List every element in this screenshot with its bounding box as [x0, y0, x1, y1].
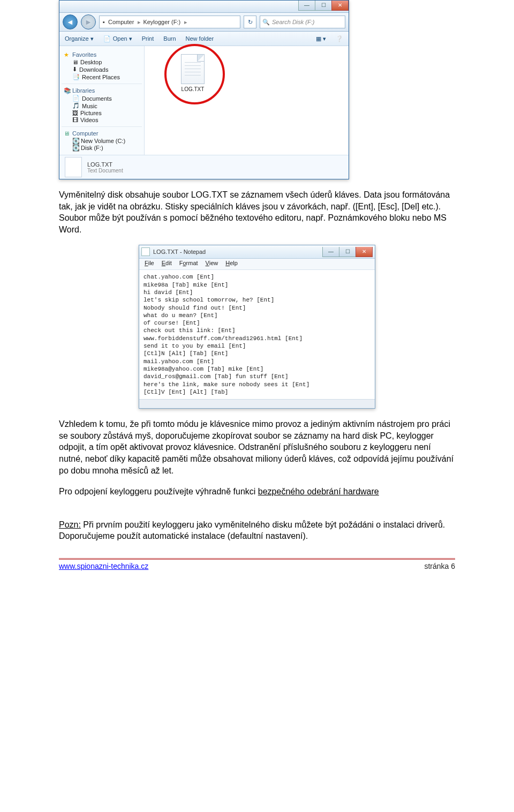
recent-icon: 📑 — [72, 73, 80, 80]
videos-icon: 🎞 — [72, 117, 78, 123]
newfolder-button[interactable]: New folder — [186, 35, 214, 42]
sidebar-item-documents[interactable]: 📄Documents — [72, 95, 142, 102]
note-text: Při prvním použití keyloggeru jako vyměn… — [59, 520, 445, 541]
close-button[interactable]: ✕ — [331, 1, 349, 11]
maximize-button[interactable]: ☐ — [315, 1, 332, 11]
sidebar-item-disk-f[interactable]: 💽Disk (F:) — [72, 145, 142, 151]
details-file-icon — [65, 157, 82, 177]
menu-file[interactable]: File — [141, 259, 157, 269]
help-button[interactable]: ❔ — [336, 35, 343, 42]
forward-button[interactable]: ► — [81, 14, 96, 29]
np-minimize-button[interactable]: — — [322, 247, 339, 257]
sidebar-item-desktop[interactable]: 🖥Desktop — [72, 59, 142, 65]
note-paragraph: Pozn: Při prvním použití keyloggeru jako… — [59, 519, 455, 542]
sidebar-libraries[interactable]: 📚Libraries — [64, 87, 142, 94]
footer-url[interactable]: www.spionazni-technika.cz — [59, 562, 148, 570]
crumb-drive[interactable]: Keylogger (F:) — [143, 19, 190, 26]
safe-remove-link[interactable]: bezpečného odebrání hardware — [258, 487, 379, 496]
note-label: Pozn: — [59, 520, 81, 529]
downloads-icon: ⬇ — [72, 66, 77, 73]
menu-help[interactable]: Help — [222, 259, 241, 269]
explorer-details: LOG.TXT Text Document — [59, 155, 349, 179]
sidebar-item-music[interactable]: 🎵Music — [72, 102, 142, 109]
view-button[interactable]: ▦ ▾ — [316, 35, 326, 42]
sidebar-item-downloads[interactable]: ⬇Downloads — [72, 66, 142, 73]
notepad-titlebar: LOG.TXT - Notepad — ☐ ✕ — [139, 245, 375, 259]
open-button[interactable]: 📄Open ▾ — [103, 35, 132, 42]
notepad-window: LOG.TXT - Notepad — ☐ ✕ File Edit Format… — [139, 245, 375, 409]
menu-format[interactable]: Format — [176, 259, 201, 269]
explorer-toolbar: Organize ▾ 📄Open ▾ Print Burn New folder… — [59, 32, 349, 46]
disk-icon: 💽 — [72, 138, 79, 144]
search-placeholder: Search Disk (F:) — [272, 19, 314, 25]
sidebar-computer[interactable]: 🖥Computer — [64, 130, 142, 137]
paragraph-1: Vyměnitelný disk obsahuje soubor LOG.TXT… — [59, 189, 455, 235]
search-icon: 🔍 — [262, 19, 270, 26]
documents-icon: 📄 — [72, 95, 80, 102]
back-button[interactable]: ◄ — [63, 14, 78, 29]
notepad-scrollbar[interactable] — [139, 399, 375, 408]
sidebar-favorites[interactable]: ★Favorites — [64, 51, 142, 58]
explorer-window: — ☐ ✕ ◄ ► ▪ ComputerKeylogger (F:) ↻ 🔍 S… — [59, 0, 349, 179]
crumb-computer[interactable]: Computer — [108, 19, 143, 26]
sidebar-item-volume-c[interactable]: 💽New Volume (C:) — [72, 138, 142, 144]
page-footer: www.spionazni-technika.cz stránka 6 — [59, 558, 455, 570]
breadcrumb[interactable]: ▪ ComputerKeylogger (F:) — [99, 16, 240, 28]
notepad-body[interactable]: chat.yahoo.com [Ent] mike98a [Tab] mike … — [139, 270, 375, 399]
print-button[interactable]: Print — [142, 35, 154, 42]
explorer-nav: ◄ ► ▪ ComputerKeylogger (F:) ↻ 🔍 Search … — [59, 13, 349, 32]
explorer-content: LOG.TXT — [145, 46, 349, 153]
music-icon: 🎵 — [72, 102, 80, 109]
explorer-titlebar: — ☐ ✕ — [59, 1, 349, 13]
details-file-type: Text Document — [87, 168, 123, 174]
desktop-icon: 🖥 — [72, 59, 78, 65]
footer-page: stránka 6 — [424, 562, 455, 570]
refresh-button[interactable]: ↻ — [244, 16, 256, 28]
sidebar-item-videos[interactable]: 🎞Videos — [72, 117, 142, 123]
details-file-name: LOG.TXT — [87, 161, 123, 168]
menu-view[interactable]: View — [202, 259, 222, 269]
computer-icon: 🖥 — [64, 130, 70, 137]
burn-button[interactable]: Burn — [163, 35, 176, 42]
organize-button[interactable]: Organize ▾ — [65, 35, 94, 42]
minimize-button[interactable]: — — [298, 1, 315, 11]
disk-icon: 💽 — [72, 145, 79, 151]
libraries-icon: 📚 — [64, 87, 70, 94]
notepad-icon — [141, 247, 150, 256]
star-icon: ★ — [64, 51, 70, 58]
np-close-button[interactable]: ✕ — [356, 247, 373, 257]
notepad-icon: 📄 — [103, 35, 111, 42]
sidebar-item-pictures[interactable]: 🖼Pictures — [72, 110, 142, 116]
np-maximize-button[interactable]: ☐ — [339, 247, 356, 257]
search-input[interactable]: 🔍 Search Disk (F:) — [260, 16, 345, 28]
menu-edit[interactable]: Edit — [158, 259, 175, 269]
paragraph-2: Vzhledem k tomu, že při tomto módu je kl… — [59, 418, 455, 476]
explorer-sidebar: ★Favorites 🖥Desktop ⬇Downloads 📑Recent P… — [59, 46, 145, 155]
pictures-icon: 🖼 — [72, 110, 78, 116]
notepad-title: LOG.TXT - Notepad — [153, 249, 206, 255]
annotation-circle — [164, 44, 225, 104]
sidebar-item-recent[interactable]: 📑Recent Places — [72, 73, 142, 80]
paragraph-3: Pro odpojení keyloggeru používejte výhra… — [59, 486, 455, 498]
notepad-menu: File Edit Format View Help — [139, 259, 375, 270]
